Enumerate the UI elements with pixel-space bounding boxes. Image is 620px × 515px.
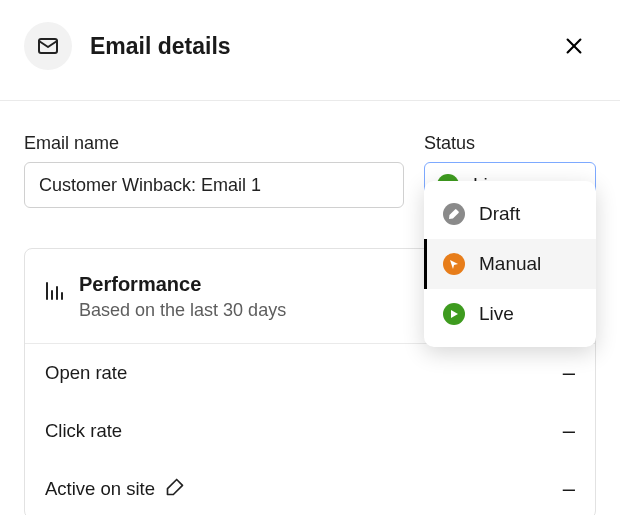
chart-icon — [43, 273, 79, 303]
metric-label: Active on site — [45, 478, 155, 500]
status-dropdown: Draft Manual Live — [424, 181, 596, 347]
close-button[interactable] — [558, 30, 590, 62]
close-icon — [563, 35, 585, 57]
status-option-live[interactable]: Live — [424, 289, 596, 339]
email-name-field-group: Email name — [24, 133, 404, 208]
draft-status-icon — [443, 203, 465, 225]
status-field-group: Status Live Draft — [424, 133, 596, 208]
email-name-input[interactable] — [24, 162, 404, 208]
live-status-icon — [443, 303, 465, 325]
metric-row-click-rate: Click rate – — [25, 402, 595, 460]
status-option-manual[interactable]: Manual — [424, 239, 596, 289]
email-name-label: Email name — [24, 133, 404, 154]
metric-label: Open rate — [45, 362, 127, 384]
status-option-label: Live — [479, 303, 580, 325]
metric-value: – — [563, 360, 575, 386]
status-option-label: Draft — [479, 203, 580, 225]
metric-label: Click rate — [45, 420, 122, 442]
metric-value: – — [563, 476, 575, 502]
status-option-draft[interactable]: Draft — [424, 189, 596, 239]
status-label: Status — [424, 133, 596, 154]
metric-row-open-rate: Open rate – — [25, 344, 595, 402]
status-option-label: Manual — [479, 253, 580, 275]
dialog-header: Email details — [0, 0, 620, 101]
email-icon — [24, 22, 72, 70]
metric-value: – — [563, 418, 575, 444]
edit-icon[interactable] — [165, 477, 185, 502]
metric-row-active-on-site: Active on site – — [25, 460, 595, 515]
page-title: Email details — [90, 33, 558, 60]
manual-status-icon — [443, 253, 465, 275]
